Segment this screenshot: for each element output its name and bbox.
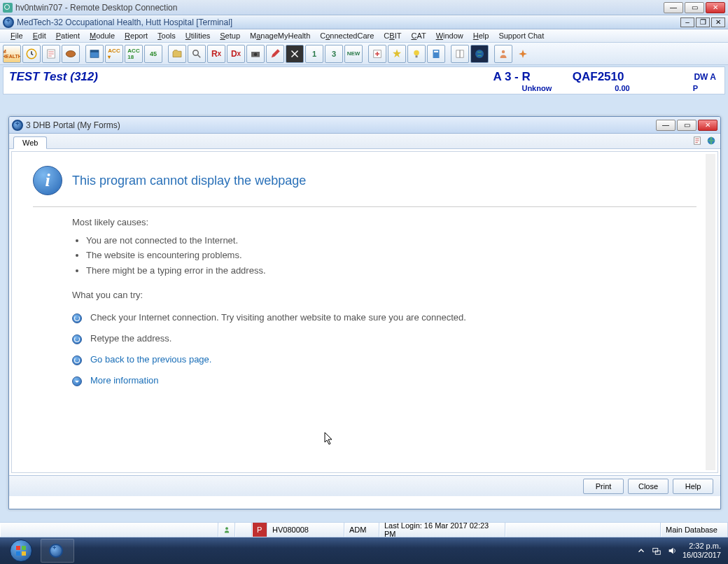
menu-setup[interactable]: Setup [215, 31, 245, 40]
tool-window-icon[interactable] [85, 45, 104, 63]
tool-camera-icon[interactable] [246, 45, 265, 63]
info-icon: i [33, 166, 62, 195]
menu-patient[interactable]: Patient [51, 31, 85, 40]
tool-tools-icon[interactable] [286, 45, 304, 63]
patient-dw: DW A [694, 72, 719, 82]
rdp-close-button[interactable]: ✕ [706, 2, 725, 13]
document-icon[interactable] [692, 136, 702, 146]
menu-managemyhealth[interactable]: ManageMyHealth [245, 31, 315, 40]
tool-search-icon[interactable] [188, 45, 206, 63]
tool-acc-icon[interactable]: ACC▾ [105, 45, 123, 63]
tool-folder-icon[interactable] [168, 45, 186, 63]
tool-a45-icon[interactable]: ACC18 [125, 45, 143, 63]
app-close-button[interactable]: ✕ [711, 17, 725, 27]
error-page: i This program cannot display the webpag… [11, 151, 718, 473]
tool-person-icon[interactable] [494, 45, 512, 63]
tray-volume-icon[interactable] [667, 546, 677, 556]
tool-globe-icon[interactable] [62, 45, 80, 63]
cursor-icon [324, 432, 334, 446]
expand-icon[interactable] [72, 376, 82, 386]
dhb-close-button[interactable]: ✕ [698, 120, 718, 131]
tool-add-icon[interactable] [368, 45, 386, 63]
causes-heading: Most likely causes: [72, 216, 696, 230]
more-info-link[interactable]: More information [90, 375, 159, 386]
tool-book-icon[interactable] [451, 45, 469, 63]
rdp-maximize-button[interactable]: ▭ [685, 2, 704, 13]
cause-item: There might be a typing error in the add… [86, 264, 696, 278]
menu-edit[interactable]: Edit [28, 31, 51, 40]
help-button[interactable]: Help [673, 479, 713, 494]
cause-item: The website is encountering problems. [86, 248, 696, 262]
tool-rx-icon[interactable]: Rx [207, 45, 225, 63]
menu-tools[interactable]: Tools [153, 31, 181, 40]
dhb-minimize-button[interactable]: — [656, 120, 676, 131]
tool-star-icon[interactable] [388, 45, 406, 63]
tray-up-icon[interactable] [636, 546, 646, 556]
tray-network-icon[interactable] [652, 546, 662, 556]
close-button[interactable]: Close [628, 479, 668, 494]
dhb-tabs: Web [9, 134, 720, 149]
menu-report[interactable]: Report [120, 31, 153, 40]
system-tray: 2:32 p.m. 16/03/2017 [636, 542, 724, 560]
tool-3-icon[interactable]: 3 [325, 45, 343, 63]
tray-clock[interactable]: 2:32 p.m. 16/03/2017 [682, 542, 721, 560]
print-button[interactable]: Print [583, 479, 624, 494]
tool-sparkle-icon[interactable] [514, 45, 532, 63]
taskbar: 2:32 p.m. 16/03/2017 [0, 537, 728, 564]
dhb-maximize-button[interactable]: ▭ [677, 120, 696, 131]
try-check-connection: Check your Internet connection. Try visi… [90, 312, 466, 323]
tool-dx-icon[interactable]: Dx [227, 45, 245, 63]
svg-rect-4 [90, 50, 99, 52]
status-role: ADM [344, 523, 379, 537]
menu-utilities[interactable]: Utilities [181, 31, 215, 40]
status-user-icon [218, 523, 235, 537]
tool-1-icon[interactable]: 1 [305, 45, 323, 63]
rdp-titlebar: hv0ntwin707 - Remote Desktop Connection … [0, 0, 728, 15]
start-button[interactable] [4, 539, 38, 563]
menu-connectedcare[interactable]: ConnectedCare [315, 31, 379, 40]
tab-web[interactable]: Web [13, 136, 47, 149]
menu-cat[interactable]: CAT [406, 31, 430, 40]
tool-45-icon[interactable]: 45 [144, 45, 162, 63]
try-retype: Retype the address. [90, 333, 172, 344]
menu-help[interactable]: Help [468, 31, 494, 40]
patient-name: TEST Test (312) [9, 70, 493, 84]
menu-file[interactable]: File [6, 31, 28, 40]
tool-bulb-icon[interactable] [407, 45, 426, 63]
tool-health-icon[interactable]: MHEALTH [3, 45, 21, 63]
tool-clock-icon[interactable] [22, 45, 41, 63]
app-minimize-button[interactable]: – [680, 17, 694, 27]
menu-support-chat[interactable]: Support Chat [493, 31, 549, 40]
patient-info-bar: TEST Test (312) A 3 - R QAF2510 DW A Unk… [3, 66, 725, 94]
svg-point-7 [254, 52, 258, 56]
menu-cbit[interactable]: CBIT [379, 31, 406, 40]
patient-code-qaf: QAF2510 [573, 70, 694, 84]
svg-point-13 [475, 50, 484, 58]
menubar: File Edit Patient Module Report Tools Ut… [0, 29, 728, 43]
svg-rect-10 [416, 55, 418, 57]
tool-new-icon[interactable]: NEW [344, 45, 363, 63]
tool-form-icon[interactable] [42, 45, 60, 63]
causes-list: You are not connected to the Internet. T… [86, 234, 696, 278]
go-back-link[interactable]: Go back to the previous page. [90, 354, 211, 365]
patient-sub-unknown: Unknow [522, 84, 552, 92]
tool-calc-icon[interactable] [427, 45, 445, 63]
menu-window[interactable]: Window [431, 31, 468, 40]
svg-point-14 [502, 50, 505, 53]
scrollbar[interactable] [706, 154, 715, 470]
rdp-minimize-button[interactable]: — [664, 2, 683, 13]
menu-module[interactable]: Module [85, 31, 120, 40]
taskbar-app-button[interactable] [41, 539, 74, 563]
dhb-icon [12, 120, 23, 131]
status-last-login: Last Login: 16 Mar 2017 02:23 PM [379, 523, 505, 537]
tool-pencil-icon[interactable] [266, 45, 284, 63]
dhb-title: 3 DHB Portal (My Forms) [26, 120, 120, 130]
status-database: Main Database [661, 523, 728, 537]
tool-earth-icon[interactable] [470, 45, 489, 63]
app-title: MedTech-32 Occupational Health, Hutt Hos… [17, 17, 232, 27]
rdp-icon [3, 3, 13, 13]
globe-small-icon[interactable] [706, 136, 716, 146]
toolbar: MHEALTH ACC▾ ACC18 45 Rx Dx 1 3 NEW [0, 43, 728, 65]
app-restore-button[interactable]: ❐ [696, 17, 710, 27]
statusbar: P HV080008 ADM Last Login: 16 Mar 2017 0… [0, 522, 728, 537]
